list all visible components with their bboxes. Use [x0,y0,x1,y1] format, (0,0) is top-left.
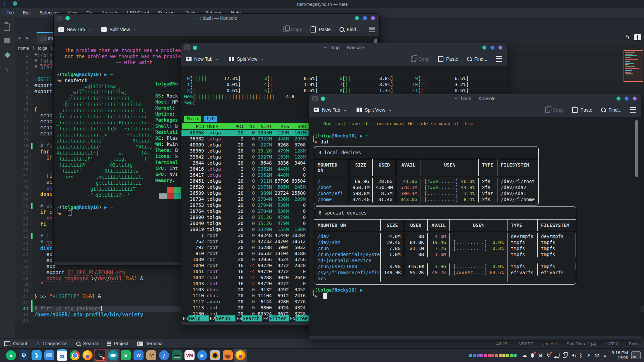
find-button[interactable]: Find... [339,27,360,32]
clock-time: 8:16 PM [612,351,628,355]
tab-back-arrow-icon[interactable]: ◂ [15,35,23,41]
find-button[interactable]: Find... [467,56,487,62]
paste-button[interactable]: Paste [311,26,331,33]
window-titlebar[interactable]: ~ : bash — Konsole [54,14,379,22]
status-insert[interactable]: INSERT [517,341,533,346]
breadcrumb-home[interactable]: home [18,46,29,51]
maximize-button[interactable] [490,46,494,50]
taskbar-firefox[interactable] [81,349,94,362]
fkey-f3[interactable]: F3Search [235,315,262,321]
expand-tray-icon[interactable]: ▲ [601,349,609,362]
split-view-button[interactable]: Split View⌄ [101,27,136,32]
mega-sync-icon[interactable]: M [537,349,545,362]
hamburger-menu-icon[interactable] [630,107,636,113]
hamburger-menu-icon[interactable] [369,27,375,32]
split-view-button[interactable]: Split View⌄ [229,56,264,62]
documents-icon[interactable] [4,23,11,31]
taskbar-file-manager[interactable] [43,349,56,362]
minimap[interactable] [624,50,643,82]
split-pane-icon[interactable] [634,34,641,40]
minimize-button[interactable] [482,46,486,50]
taskbar-discover[interactable]: ❯ [30,349,43,362]
taskbar-emoji-app[interactable] [145,349,158,362]
breadcrumb-tolga[interactable]: tolga [38,46,47,51]
clipboard-icon[interactable] [561,349,569,362]
wifi-icon[interactable] [593,349,601,362]
find-button[interactable]: Find... [601,107,622,113]
paste-button[interactable]: Paste [438,56,458,62]
menu-edit[interactable]: Edit [18,8,35,17]
kate-titlebar[interactable]: ᛒ start-megasync.sh — Kate [0,0,644,8]
volume-icon[interactable] [569,349,577,362]
branch-icon[interactable] [4,68,11,75]
filesystem-icon[interactable] [4,38,11,46]
panel-button-output[interactable]: Output [4,341,27,346]
clock[interactable]: 8:16 PM 1/8/25 [612,351,628,360]
copy-button[interactable]: Copy [411,56,430,62]
panel-button-project[interactable]: Project [107,341,128,346]
taskbar-system-settings[interactable]: ⚙ [17,349,30,362]
fkey-f4[interactable]: F4Filter [262,315,289,321]
taskbar-f-media-app[interactable]: ƒ [158,349,170,362]
show-desktop-button[interactable] [631,351,641,359]
status-utf-8[interactable]: UTF-8 [606,341,619,346]
new-tab-button[interactable]: New Tab⌄ [58,27,91,32]
new-tab-button[interactable]: New Tab⌄ [314,107,346,113]
terminal-area[interactable]: God must love the common man; He made so… [309,117,641,336]
paste-button[interactable]: Paste [572,107,592,113]
tab-forward-arrow-icon[interactable]: ▸ [23,35,32,41]
scrollbar[interactable] [635,120,638,177]
fkey-f2[interactable]: F2Setup [209,315,235,321]
memory-meter: Mem[|||||||||||||||||||||||||||| 4.8 [184,94,294,100]
cpu-meter-11: 11[| 0.6%] [412,87,469,94]
split-view-button[interactable]: Split View⌄ [357,107,391,113]
copy-button[interactable]: Copy [545,107,564,113]
fkey-f1[interactable]: F1Help [182,315,209,321]
taskbar-spy-app[interactable] [170,349,183,362]
close-button[interactable] [371,16,375,20]
screenshot-icon[interactable] [553,349,561,362]
panel-button-diagnostics[interactable]: ⚠Diagnostics [36,341,67,347]
taskbar-rocky-linux[interactable]: ▲ [5,349,17,362]
color-palette-widget[interactable] [469,354,517,357]
copy-button[interactable]: Copy [283,26,302,32]
taskbar-calendar[interactable]: 23 [56,349,68,362]
taskbar-konsole-running[interactable]: >_+ [94,349,107,362]
maximize-button[interactable] [363,16,367,20]
taskbar-firefox-running[interactable] [234,349,247,362]
status-soft-tabs-2-4-[interactable]: Soft Tabs: 2 (4) [567,341,596,346]
new-tab-button[interactable]: New Tab⌄ [186,56,219,62]
panel-button-terminal[interactable]: $Terminal [137,341,164,346]
maximize-button[interactable] [625,97,629,101]
taskbar-s-app[interactable]: S [119,349,132,362]
weather-icon[interactable]: ☁ [521,349,529,362]
hamburger-menu-icon[interactable] [496,56,502,62]
taskbar-w-app[interactable]: W [132,349,145,362]
git-icon[interactable] [4,53,11,60]
status-43-23[interactable]: 43:23 [496,341,507,346]
close-button[interactable] [633,97,637,101]
taskbar-chrome[interactable] [68,349,81,362]
panel-button-search[interactable]: Search [76,341,98,346]
close-button[interactable] [498,46,502,50]
notifications-icon[interactable] [529,349,537,362]
updates-icon[interactable]: ↻ [545,349,553,362]
minimize-button[interactable] [616,97,621,101]
lightning-icon[interactable]: ϟ [626,34,629,41]
htop-tab-main[interactable]: Main [184,116,201,122]
window-titlebar[interactable]: ~ : htop — Konsole [181,43,507,52]
bluetooth-icon[interactable]: ᛒ [577,349,585,362]
taskbar-beard-app[interactable] [221,349,234,362]
taskbar-kiwi-app-running[interactable] [107,349,119,362]
htop-tab-io[interactable]: I/O [204,116,217,122]
minimize-button[interactable] [355,16,359,20]
swap-meter: Swp[ [184,100,294,106]
taskbar-speaker-app[interactable] [209,349,221,362]
taskbar-video-downloader[interactable]: ▶ [196,349,209,362]
window-titlebar[interactable]: ~ : bash — Konsole [309,94,641,103]
status-en-au[interactable]: en_AU [543,341,557,346]
brightness-icon[interactable]: ☀ [585,349,593,362]
taskbar-virtual-machines[interactable]: VM [183,349,196,362]
menu-file[interactable]: File [2,8,18,17]
status-bash[interactable]: Bash [629,341,639,346]
